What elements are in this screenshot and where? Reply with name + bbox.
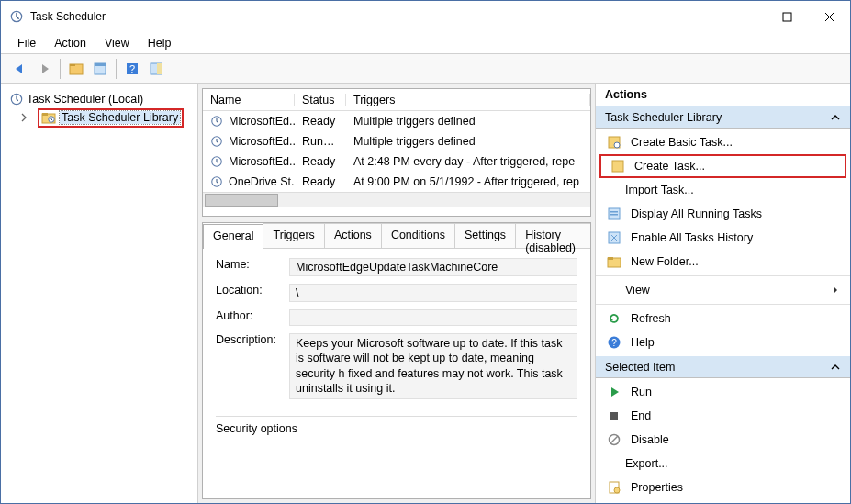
task-triggers: Multiple triggers defined bbox=[346, 135, 590, 148]
tab-general[interactable]: General bbox=[203, 224, 263, 249]
svg-rect-1 bbox=[783, 13, 791, 21]
task-row[interactable]: MicrosoftEd...ReadyAt 2:48 PM every day … bbox=[203, 151, 590, 172]
svg-point-19 bbox=[614, 142, 620, 148]
svg-rect-23 bbox=[610, 214, 618, 216]
action-label: End bbox=[631, 409, 651, 422]
action-enable-history[interactable]: Enable All Tasks History bbox=[596, 226, 850, 250]
action-run[interactable]: Run bbox=[596, 380, 850, 404]
actions-subheader-label: Task Scheduler Library bbox=[605, 111, 722, 124]
task-list: Name Status Triggers MicrosoftEd...Ready… bbox=[202, 88, 591, 217]
tab-triggers[interactable]: Triggers bbox=[263, 223, 324, 248]
action-label: Display All Running Tasks bbox=[631, 207, 762, 220]
svg-rect-3 bbox=[70, 64, 75, 66]
divider bbox=[596, 275, 850, 276]
clock-icon bbox=[210, 155, 223, 168]
action-label: New Folder... bbox=[631, 255, 699, 268]
action-label: Refresh bbox=[631, 312, 671, 325]
action-help[interactable]: ? Help bbox=[596, 330, 850, 354]
collapse-icon[interactable] bbox=[830, 362, 841, 373]
refresh-icon bbox=[607, 311, 621, 326]
action-new-folder[interactable]: New Folder... bbox=[596, 250, 850, 274]
action-create-basic-task[interactable]: Create Basic Task... bbox=[596, 130, 850, 154]
action-properties[interactable]: Properties bbox=[596, 476, 850, 499]
tree-toggle-button[interactable] bbox=[66, 59, 86, 79]
actions-pane: Actions Task Scheduler Library Create Ba… bbox=[595, 84, 850, 503]
play-icon bbox=[607, 385, 621, 399]
history-icon bbox=[607, 230, 621, 245]
navigation-tree: Task Scheduler (Local) Task Scheduler Li… bbox=[1, 84, 198, 503]
svg-rect-29 bbox=[610, 412, 618, 420]
tab-history[interactable]: History (disabled) bbox=[515, 223, 591, 248]
center-pane: Name Status Triggers MicrosoftEd...Ready… bbox=[198, 84, 595, 503]
maximize-button[interactable] bbox=[766, 1, 808, 32]
task-name: MicrosoftEd... bbox=[229, 135, 295, 148]
action-label: Create Basic Task... bbox=[631, 136, 733, 149]
help-toolbar-button[interactable]: ? bbox=[122, 59, 142, 79]
action-disable[interactable]: Disable bbox=[596, 428, 850, 452]
svg-rect-22 bbox=[610, 211, 618, 213]
task-triggers: At 2:48 PM every day - After triggered, … bbox=[346, 155, 590, 168]
svg-point-32 bbox=[614, 487, 620, 493]
horizontal-scrollbar[interactable] bbox=[203, 192, 590, 207]
back-button[interactable] bbox=[10, 59, 30, 79]
task-row[interactable]: MicrosoftEd...RunningMultiple triggers d… bbox=[203, 131, 590, 151]
tree-library[interactable]: Task Scheduler Library bbox=[16, 108, 197, 127]
action-end[interactable]: End bbox=[596, 404, 850, 428]
action-import-task[interactable]: Import Task... bbox=[596, 178, 850, 202]
collapse-icon[interactable] bbox=[830, 112, 841, 123]
tree-library-label: Task Scheduler Library bbox=[60, 111, 180, 124]
toolbar-separator bbox=[60, 59, 61, 79]
col-triggers[interactable]: Triggers bbox=[346, 94, 590, 106]
action-display-running[interactable]: Display All Running Tasks bbox=[596, 202, 850, 226]
wizard-icon bbox=[607, 135, 621, 150]
location-label: Location: bbox=[216, 284, 289, 297]
task-status: Ready bbox=[295, 115, 346, 128]
tab-settings[interactable]: Settings bbox=[454, 223, 516, 248]
action-label: View bbox=[625, 284, 650, 297]
action-view[interactable]: View bbox=[596, 278, 850, 302]
folder-icon bbox=[41, 111, 56, 124]
minimize-button[interactable] bbox=[723, 1, 766, 32]
action-refresh[interactable]: Refresh bbox=[596, 307, 850, 330]
action-label: Export... bbox=[625, 457, 668, 470]
titlebar: Task Scheduler bbox=[1, 1, 850, 32]
action-create-task[interactable]: Create Task... bbox=[599, 154, 846, 178]
security-options-label: Security options bbox=[216, 416, 577, 435]
svg-rect-20 bbox=[612, 161, 623, 172]
col-status[interactable]: Status bbox=[295, 94, 346, 106]
tree-root-label: Task Scheduler (Local) bbox=[27, 93, 143, 106]
clock-icon bbox=[210, 175, 223, 188]
close-button[interactable] bbox=[808, 1, 850, 32]
create-task-icon bbox=[610, 159, 625, 174]
task-row[interactable]: OneDrive St...ReadyAt 9:00 PM on 5/1/199… bbox=[203, 172, 590, 192]
author-label: Author: bbox=[216, 309, 289, 322]
tree-root[interactable]: Task Scheduler (Local) bbox=[6, 90, 197, 108]
svg-rect-26 bbox=[608, 257, 613, 260]
actions-subheader-selected: Selected Item bbox=[596, 356, 850, 378]
menu-help[interactable]: Help bbox=[140, 35, 179, 51]
scroll-thumb[interactable] bbox=[205, 194, 278, 207]
menu-view[interactable]: View bbox=[97, 35, 137, 51]
task-detail-pane: General Triggers Actions Conditions Sett… bbox=[202, 222, 591, 499]
menu-action[interactable]: Action bbox=[47, 35, 94, 51]
window-title: Task Scheduler bbox=[30, 10, 106, 23]
menu-file[interactable]: File bbox=[10, 35, 43, 51]
properties-toolbar-button[interactable] bbox=[90, 59, 110, 79]
forward-button[interactable] bbox=[34, 59, 54, 79]
disable-icon bbox=[607, 432, 621, 447]
task-name: MicrosoftEd... bbox=[229, 115, 295, 128]
task-name: OneDrive St... bbox=[229, 175, 295, 188]
clock-icon bbox=[210, 135, 223, 148]
task-row[interactable]: MicrosoftEd...ReadyMultiple triggers def… bbox=[203, 111, 590, 131]
actions-pane-button[interactable] bbox=[146, 59, 166, 79]
action-label: Create Task... bbox=[634, 160, 705, 173]
window-controls bbox=[723, 1, 850, 32]
task-list-header: Name Status Triggers bbox=[203, 89, 590, 111]
action-export[interactable]: Export... bbox=[596, 452, 850, 476]
tab-conditions[interactable]: Conditions bbox=[381, 223, 455, 248]
detail-tabs: General Triggers Actions Conditions Sett… bbox=[203, 223, 590, 249]
task-name: MicrosoftEd... bbox=[229, 155, 295, 168]
tab-actions[interactable]: Actions bbox=[324, 223, 382, 248]
col-name[interactable]: Name bbox=[203, 94, 295, 106]
svg-text:?: ? bbox=[611, 338, 617, 348]
